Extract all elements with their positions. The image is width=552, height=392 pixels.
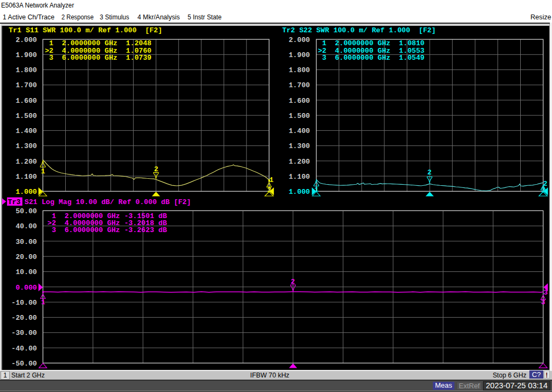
svg-text:3: 3 [543,289,548,297]
svg-text:2.000: 2.000 [16,36,37,44]
svg-text:3: 3 [541,298,546,306]
svg-text:2: 2 [427,169,432,177]
svg-text:1.900: 1.900 [288,51,310,59]
svg-text:Tr2 S22 SWR 100.0 m/ Ref 1.000: Tr2 S22 SWR 100.0 m/ Ref 1.000 [F2] [282,26,436,34]
svg-text:40.00: 40.00 [16,222,37,230]
svg-text:-10.00: -10.00 [11,299,37,307]
svg-text:1.900: 1.900 [16,51,37,59]
svg-text:-20.00: -20.00 [11,314,37,322]
svg-text:1: 1 [41,298,45,306]
svg-text:1.100: 1.100 [288,173,310,181]
svg-text:1.200: 1.200 [16,158,37,166]
svg-text:10.00: 10.00 [16,268,37,276]
svg-text:1.500: 1.500 [16,112,37,120]
svg-text:-50.00: -50.00 [11,360,37,368]
svg-text:3 6.0000000 GHz 1.0549: 3 6.0000000 GHz 1.0549 [318,54,425,62]
svg-text:3 6.0000000 GHz -3.2623 dB: 3 6.0000000 GHz -3.2623 dB [47,226,167,234]
svg-text:-30.00: -30.00 [11,329,37,337]
svg-text:2: 2 [154,165,158,173]
svg-text:1.300: 1.300 [16,142,37,150]
svg-text:1.000: 1.000 [288,188,310,196]
svg-text:1.400: 1.400 [16,127,37,135]
svg-text:1: 1 [41,167,45,176]
svg-text:1: 1 [314,186,319,194]
svg-text:1.600: 1.600 [288,97,310,105]
svg-text:Tr1 S11 SWR 100.0 m/ Ref 1.000: Tr1 S11 SWR 100.0 m/ Ref 1.000 [F2] [9,26,162,34]
svg-text:30.00: 30.00 [16,238,37,246]
svg-text:1.800: 1.800 [288,66,310,74]
svg-text:1.600: 1.600 [16,97,37,105]
svg-text:2.000: 2.000 [288,36,310,44]
svg-text:2: 2 [543,180,548,188]
svg-text:0.000: 0.000 [16,284,37,292]
svg-text:20.00: 20.00 [16,253,37,261]
svg-text:1.800: 1.800 [16,66,37,74]
svg-text:1.200: 1.200 [288,158,310,166]
svg-text:-40.00: -40.00 [11,345,37,353]
svg-text:1.300: 1.300 [288,142,310,150]
svg-text:1: 1 [270,176,274,184]
svg-text:50.00: 50.00 [16,207,37,215]
svg-text:S21 Log Mag 10.00 dB/ Ref 0.00: S21 Log Mag 10.00 dB/ Ref 0.000 dB [F2] [20,198,191,206]
svg-text:3 6.0000000 GHz 1.0739: 3 6.0000000 GHz 1.0739 [45,54,151,62]
svg-text:1.400: 1.400 [288,127,310,135]
svg-text:Tr3: Tr3 [8,198,21,206]
svg-text:1.700: 1.700 [16,81,37,89]
svg-text:1.000: 1.000 [16,188,37,196]
svg-text:1.100: 1.100 [16,173,37,181]
svg-text:1.500: 1.500 [288,112,310,120]
svg-text:1.700: 1.700 [288,81,310,89]
